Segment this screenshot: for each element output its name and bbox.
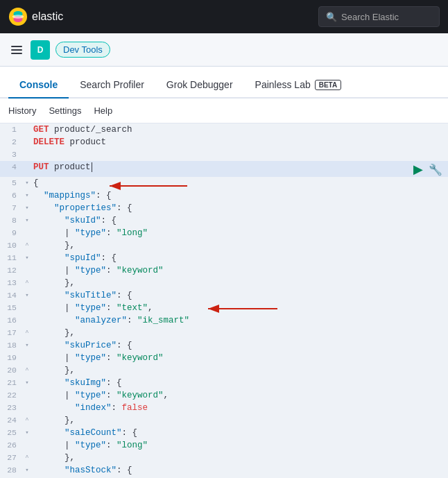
run-button[interactable]: ▶ xyxy=(412,162,424,177)
wrench-icon[interactable]: 🔧 xyxy=(427,163,444,176)
code-line: 9 | "type": "long" xyxy=(0,227,448,239)
line-content: }, xyxy=(32,414,448,427)
line-fold[interactable]: ^ xyxy=(22,277,32,289)
code-token: }, xyxy=(33,416,75,425)
line-number: 19 xyxy=(0,352,22,364)
user-avatar[interactable]: D xyxy=(31,40,50,60)
code-line: 18▾ "skuPrice": { xyxy=(0,339,448,352)
hamburger-button[interactable] xyxy=(8,43,25,57)
code-line: 23 "index": false xyxy=(0,402,448,414)
code-token: : xyxy=(106,441,117,450)
line-number: 20 xyxy=(0,364,22,377)
line-fold[interactable]: ^ xyxy=(22,364,32,377)
code-token: : { xyxy=(117,466,132,475)
line-fold[interactable]: ^ xyxy=(22,327,32,339)
code-line: 17^ }, xyxy=(0,327,448,339)
tab-grok-debugger[interactable]: Grok Debugger xyxy=(155,71,244,99)
line-number: 28 xyxy=(0,464,22,477)
code-token: : { xyxy=(96,191,112,200)
line-number: 8 xyxy=(0,214,22,227)
line-actions: ▶🔧 xyxy=(412,161,448,177)
line-number: 4 xyxy=(0,161,22,173)
line-content: }, xyxy=(32,277,448,289)
line-fold[interactable]: ▾ xyxy=(22,427,32,439)
line-number: 1 xyxy=(0,123,22,136)
line-number: 24 xyxy=(0,414,22,427)
line-content: "skuId": { xyxy=(32,214,448,227)
code-line: 2DELETE product xyxy=(0,136,448,148)
hamburger-line xyxy=(11,46,22,47)
line-fold[interactable]: ▾ xyxy=(22,214,32,227)
line-content: }, xyxy=(32,452,448,464)
line-fold[interactable]: ▾ xyxy=(22,339,32,352)
code-token: : xyxy=(112,403,122,413)
code-line: 10^ }, xyxy=(0,239,448,252)
code-token: "hasStock" xyxy=(64,466,117,475)
line-content: }, xyxy=(32,364,448,377)
code-token: : { xyxy=(106,378,122,388)
code-token: "skuImg" xyxy=(64,378,106,388)
global-search[interactable]: 🔍 Search Elastic xyxy=(318,6,440,27)
navbar: elastic 🔍 Search Elastic xyxy=(0,0,448,33)
line-fold[interactable]: ▾ xyxy=(22,202,32,214)
line-fold[interactable]: ▾ xyxy=(22,289,32,302)
code-token xyxy=(33,316,75,325)
code-token: , xyxy=(148,303,153,313)
line-fold[interactable]: ^ xyxy=(22,452,32,464)
line-fold[interactable]: ^ xyxy=(22,239,32,252)
tab-search-profiler[interactable]: Search Profiler xyxy=(69,71,155,99)
code-token: "long" xyxy=(117,228,148,238)
line-fold[interactable]: ▾ xyxy=(22,177,32,189)
devtools-label[interactable]: Dev Tools xyxy=(55,42,110,58)
code-line: 28▾ "hasStock": { xyxy=(0,464,448,477)
menu-settings[interactable]: Settings xyxy=(49,105,81,116)
line-content: "mappings": { xyxy=(32,189,448,202)
code-token: "type" xyxy=(75,391,106,400)
menu-history[interactable]: History xyxy=(8,105,36,116)
code-token: | xyxy=(33,266,75,275)
code-token: | xyxy=(33,353,75,363)
line-fold[interactable]: ^ xyxy=(22,414,32,427)
code-token: }, xyxy=(33,328,75,338)
code-token: }, xyxy=(33,278,75,288)
hamburger-line xyxy=(11,49,22,51)
code-token: : { xyxy=(101,253,117,263)
line-number: 16 xyxy=(0,314,22,327)
menu-help[interactable]: Help xyxy=(94,105,112,116)
code-line: 1GET product/_search xyxy=(0,123,448,136)
code-token: "type" xyxy=(75,228,106,238)
code-token: : { xyxy=(101,216,117,225)
line-number: 5 xyxy=(0,177,22,189)
line-content: "skuPrice": { xyxy=(32,339,448,352)
code-token: }, xyxy=(33,366,75,375)
line-fold[interactable]: ▾ xyxy=(22,189,32,202)
line-number: 11 xyxy=(0,252,22,264)
line-content: | "type": "keyword" xyxy=(32,352,448,364)
line-number: 7 xyxy=(0,202,22,214)
code-token: "skuPrice" xyxy=(64,341,117,350)
line-number: 26 xyxy=(0,439,22,452)
elastic-logo[interactable]: elastic xyxy=(8,7,63,26)
line-fold[interactable]: ▾ xyxy=(22,377,32,389)
code-token: }, xyxy=(33,453,75,463)
tab-console[interactable]: Console xyxy=(8,71,69,99)
menu-bar: History Settings Help xyxy=(0,99,448,123)
code-line: 13^ }, xyxy=(0,277,448,289)
code-token: : { xyxy=(117,203,132,213)
code-token: "long" xyxy=(117,441,148,450)
line-number: 23 xyxy=(0,402,22,414)
line-number: 18 xyxy=(0,339,22,352)
code-token: "type" xyxy=(75,441,106,450)
line-content: "skuTitle": { xyxy=(32,289,448,302)
code-token: "skuTitle" xyxy=(64,291,117,300)
code-token: product xyxy=(64,137,106,147)
code-editor[interactable]: 1GET product/_search2DELETE product34PUT… xyxy=(0,123,448,478)
code-token: }, xyxy=(33,241,75,250)
line-fold[interactable]: ▾ xyxy=(22,464,32,477)
line-content: "hasStock": { xyxy=(32,464,448,477)
line-content: | "type": "keyword" xyxy=(32,264,448,277)
code-token xyxy=(33,291,64,300)
search-bar-label: Search Elastic xyxy=(341,12,399,22)
tab-painless-lab[interactable]: Painless Lab BETA xyxy=(244,71,353,99)
line-fold[interactable]: ▾ xyxy=(22,252,32,264)
